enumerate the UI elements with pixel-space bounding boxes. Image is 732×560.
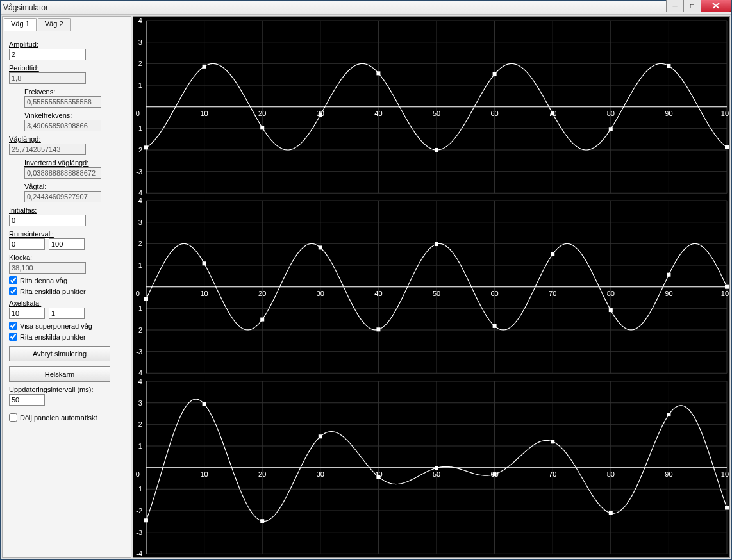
axis-scale-label: Axelskala: xyxy=(9,299,124,307)
svg-text:1: 1 xyxy=(138,81,142,89)
draw-super-points-checkbox[interactable] xyxy=(9,333,17,341)
period-input[interactable] xyxy=(9,72,86,84)
clock-label: Klocka: xyxy=(9,254,124,261)
svg-rect-143 xyxy=(203,402,206,406)
draw-wave-checkbox[interactable] xyxy=(9,276,17,284)
axis-scale-y-input[interactable] xyxy=(49,308,85,319)
space-interval-lo-input[interactable] xyxy=(9,238,45,250)
clock-input[interactable] xyxy=(9,262,86,274)
svg-text:30: 30 xyxy=(317,470,324,477)
svg-text:-4: -4 xyxy=(136,370,142,377)
svg-rect-149 xyxy=(551,440,554,443)
svg-rect-41 xyxy=(203,65,206,69)
svg-text:-1: -1 xyxy=(136,305,142,313)
svg-text:80: 80 xyxy=(607,110,615,117)
svg-rect-93 xyxy=(260,318,264,322)
svg-rect-47 xyxy=(551,111,554,115)
svg-text:4: 4 xyxy=(138,17,142,24)
plot-wave-2: 102030405060708090100-4-3-2-101234 xyxy=(133,197,729,377)
initial-phase-input[interactable] xyxy=(9,215,86,226)
wavenumber-label: Vågtal: xyxy=(24,183,124,190)
tab-wave-1[interactable]: Våg 1 xyxy=(4,18,37,31)
svg-text:70: 70 xyxy=(549,290,556,297)
svg-rect-97 xyxy=(493,324,497,328)
titlebar[interactable]: Vågsimulator ─ □ xyxy=(1,1,731,15)
svg-text:2: 2 xyxy=(138,240,142,248)
draw-points-checkbox[interactable] xyxy=(9,287,17,295)
svg-text:3: 3 xyxy=(138,399,142,406)
svg-text:4: 4 xyxy=(138,197,142,204)
show-superposed-checkbox-row: Visa superponerad våg xyxy=(9,322,124,330)
side-panel: Våg 1 Våg 2 Amplitud: Periodtid: Frekven… xyxy=(2,16,131,558)
inv-wavelength-input[interactable] xyxy=(24,167,101,179)
space-interval-hi-input[interactable] xyxy=(49,238,85,250)
svg-rect-91 xyxy=(144,297,148,301)
svg-text:10: 10 xyxy=(200,290,208,297)
svg-text:2: 2 xyxy=(138,60,142,67)
svg-text:-2: -2 xyxy=(136,146,142,154)
inv-wavelength-label: Inverterad våglängd: xyxy=(24,159,124,167)
abort-simulation-button[interactable]: Avbryt simulering xyxy=(9,346,110,361)
frequency-label: Frekvens: xyxy=(24,88,124,95)
svg-text:-3: -3 xyxy=(136,348,142,356)
svg-text:100: 100 xyxy=(721,290,729,297)
show-superposed-checkbox[interactable] xyxy=(9,322,17,330)
svg-text:40: 40 xyxy=(374,110,382,117)
svg-text:-3: -3 xyxy=(136,528,142,536)
autohide-panel-checkbox-label: Dölj panelen automatiskt xyxy=(20,414,97,422)
svg-rect-44 xyxy=(376,71,380,75)
svg-text:20: 20 xyxy=(258,110,266,117)
autohide-panel-checkbox[interactable] xyxy=(9,413,17,422)
svg-text:90: 90 xyxy=(665,290,672,297)
svg-text:10: 10 xyxy=(200,470,208,477)
svg-rect-42 xyxy=(260,126,264,129)
angular-frequency-input[interactable] xyxy=(24,120,101,131)
period-label: Periodtid: xyxy=(9,64,124,72)
fullscreen-button[interactable]: Helskärm xyxy=(9,366,110,382)
update-interval-input[interactable] xyxy=(9,394,45,406)
svg-text:10: 10 xyxy=(200,110,208,117)
svg-rect-147 xyxy=(435,466,438,470)
svg-rect-145 xyxy=(319,434,322,438)
svg-rect-99 xyxy=(609,308,613,312)
angular-frequency-label: Vinkelfrekvens: xyxy=(24,111,124,119)
svg-text:50: 50 xyxy=(433,290,440,297)
svg-text:4: 4 xyxy=(138,377,142,385)
svg-rect-146 xyxy=(376,475,380,479)
svg-rect-96 xyxy=(435,242,438,246)
svg-rect-95 xyxy=(376,328,380,332)
svg-text:70: 70 xyxy=(549,470,556,477)
svg-rect-46 xyxy=(493,72,497,76)
wavenumber-input[interactable] xyxy=(24,191,101,202)
svg-text:-1: -1 xyxy=(136,124,142,132)
wavelength-input[interactable] xyxy=(9,144,86,155)
svg-text:30: 30 xyxy=(317,290,324,297)
svg-text:80: 80 xyxy=(607,290,615,297)
minimize-button[interactable]: ─ xyxy=(666,0,684,12)
svg-text:40: 40 xyxy=(374,290,382,297)
svg-text:0: 0 xyxy=(136,470,140,477)
space-interval-label: Rumsintervall: xyxy=(9,230,124,238)
svg-text:50: 50 xyxy=(433,110,440,117)
svg-text:60: 60 xyxy=(490,110,498,117)
svg-text:1: 1 xyxy=(138,442,142,450)
plot-area: 102030405060708090100-4-3-2-101234 10203… xyxy=(133,16,730,558)
svg-text:3: 3 xyxy=(138,38,142,46)
svg-text:50: 50 xyxy=(433,470,440,477)
svg-rect-98 xyxy=(551,252,554,256)
amplitude-input[interactable] xyxy=(9,49,86,60)
update-interval-label: Uppdateringsintervall (ms): xyxy=(9,386,124,393)
maximize-button[interactable]: □ xyxy=(683,0,701,12)
draw-points-checkbox-row: Rita enskilda punkter xyxy=(9,287,124,295)
svg-text:60: 60 xyxy=(490,290,498,297)
frequency-input[interactable] xyxy=(24,96,101,108)
svg-text:20: 20 xyxy=(258,470,266,477)
svg-rect-94 xyxy=(319,246,322,250)
axis-scale-x-input[interactable] xyxy=(9,308,45,319)
svg-text:2: 2 xyxy=(138,420,142,428)
svg-text:-4: -4 xyxy=(136,189,142,197)
svg-text:3: 3 xyxy=(138,218,142,226)
close-button[interactable] xyxy=(701,0,731,12)
svg-text:0: 0 xyxy=(136,110,140,117)
tab-wave-2[interactable]: Våg 2 xyxy=(38,18,71,31)
